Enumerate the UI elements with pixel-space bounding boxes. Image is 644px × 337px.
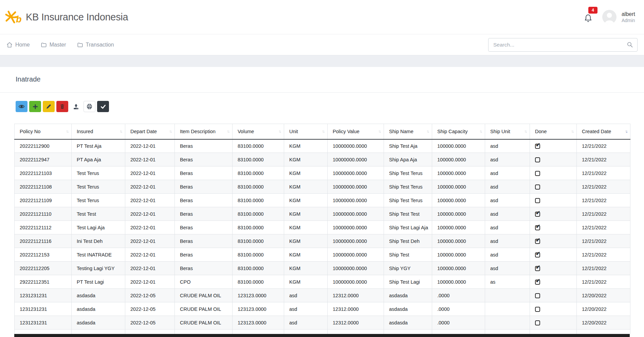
table-row[interactable]: 202221121116Ini Test Deh2022-12-01Beras8… xyxy=(15,234,630,248)
column-header-unit[interactable]: Unit↑↓ xyxy=(284,124,328,139)
ship_unit-cell: asd xyxy=(485,207,530,221)
user-info[interactable]: albert Admin xyxy=(622,11,635,23)
done-checkbox[interactable] xyxy=(535,252,540,258)
column-header-done[interactable]: Done↑↓ xyxy=(530,124,577,139)
empty-cell xyxy=(72,330,125,334)
column-header-policy_value[interactable]: Policy Value↑↓ xyxy=(328,124,384,139)
done-cell xyxy=(530,289,577,302)
brand: b KB Insurance Indonesia xyxy=(5,10,128,24)
insured-cell: PT Test Aja xyxy=(72,139,125,153)
done-checkbox[interactable] xyxy=(535,198,540,203)
ship_capacity-cell: 100000.0000 xyxy=(432,207,485,221)
delete-button[interactable] xyxy=(56,101,68,112)
table-row[interactable]: 202221121109Test Terus2022-12-01Beras831… xyxy=(15,194,630,207)
done-checkbox[interactable] xyxy=(535,307,540,312)
depart_date-cell: 2022-12-01 xyxy=(125,153,175,166)
depart_date-cell: 2022-12-05 xyxy=(125,316,175,330)
created_date-cell: 12/21/2022 xyxy=(577,221,630,234)
done-checkbox[interactable] xyxy=(535,171,540,176)
column-header-ship_unit[interactable]: Ship Unit↑↓ xyxy=(485,124,530,139)
table-row[interactable]: 1231231231asdasda2022-12-05CRUDE PALM OI… xyxy=(15,289,630,302)
created_date-cell: 12/21/2022 xyxy=(577,262,630,275)
horizontal-scrollbar[interactable] xyxy=(14,334,630,337)
done-checkbox[interactable] xyxy=(535,157,540,162)
volume-cell: 83100.0000 xyxy=(233,166,284,180)
ship_name-cell: Ship Test Test xyxy=(384,207,432,221)
table-row[interactable]: 1231231231asdasda2022-12-05CRUDE PALM OI… xyxy=(15,302,630,316)
edit-button[interactable] xyxy=(43,101,55,112)
folder-icon xyxy=(77,42,83,48)
column-header-depart_date[interactable]: Depart Date↑↓ xyxy=(125,124,175,139)
table-row[interactable]: 1231231231asdasda2022-12-05CRUDE PALM OI… xyxy=(15,316,630,330)
column-header-volume[interactable]: Volume↑↓ xyxy=(233,124,284,139)
depart_date-cell: 2022-12-01 xyxy=(125,234,175,248)
created_date-cell: 12/21/2022 xyxy=(577,248,630,262)
unit-cell: KGM xyxy=(284,207,328,221)
column-header-ship_capacity[interactable]: Ship Capacity↑↓ xyxy=(432,124,485,139)
done-checkbox[interactable] xyxy=(535,225,540,230)
done-checkbox[interactable] xyxy=(535,320,540,325)
column-header-insured[interactable]: Insured↑↓ xyxy=(72,124,125,139)
table-row[interactable]: 29222112351PT Test Lagi2022-12-01CPO8310… xyxy=(15,275,630,289)
add-button[interactable] xyxy=(29,101,41,112)
done-checkbox[interactable] xyxy=(535,280,540,285)
ship_unit-cell xyxy=(485,316,530,330)
confirm-button[interactable] xyxy=(97,101,109,112)
column-header-item_description[interactable]: Item Description↑↓ xyxy=(175,124,233,139)
table-row[interactable]: 202221121108Test Terus2022-12-01Beras831… xyxy=(15,180,630,194)
table-row[interactable]: 20222112153Test INATRADE2022-12-01Beras8… xyxy=(15,248,630,262)
policy_no-cell: 29222112351 xyxy=(15,275,72,289)
table-row[interactable]: 202221121112Test Lagi Aja2022-12-01Beras… xyxy=(15,221,630,234)
column-label: Ship Name xyxy=(389,129,413,134)
table-row[interactable]: 20222112947PT Apa Aja2022-12-01Beras8310… xyxy=(15,153,630,166)
search-icon xyxy=(627,41,633,48)
menu-item-master[interactable]: Master xyxy=(41,42,66,48)
volume-cell: 83100.0000 xyxy=(233,139,284,153)
column-header-ship_name[interactable]: Ship Name↑↓ xyxy=(384,124,432,139)
upload-button[interactable] xyxy=(70,101,82,112)
avatar[interactable] xyxy=(602,10,617,24)
table-row[interactable]: 20222112205Testing Lagi YGY2022-12-01Ber… xyxy=(15,262,630,275)
pencil-icon xyxy=(46,104,52,109)
done-cell xyxy=(530,262,577,275)
insured-cell: Test Terus xyxy=(72,180,125,194)
policy_value-cell: 10000000.0000 xyxy=(328,166,384,180)
done-cell xyxy=(530,234,577,248)
unit-cell: KGM xyxy=(284,153,328,166)
column-header-policy_no[interactable]: Policy No↑↓ xyxy=(15,124,72,139)
policy_no-cell: 1231231231 xyxy=(15,302,72,316)
search-input[interactable] xyxy=(488,38,638,52)
done-checkbox[interactable] xyxy=(535,293,540,298)
divider-band xyxy=(0,55,644,67)
ship_unit-cell: asd xyxy=(485,180,530,194)
user-role: Admin xyxy=(622,18,635,23)
unit-cell: KGM xyxy=(284,248,328,262)
done-checkbox[interactable] xyxy=(535,184,540,190)
done-checkbox[interactable] xyxy=(535,239,540,244)
sort-icon: ↑↓ xyxy=(524,129,527,134)
policy_value-cell: 10000000.0000 xyxy=(328,207,384,221)
column-label: Unit xyxy=(289,129,298,134)
done-checkbox[interactable] xyxy=(535,144,540,149)
view-button[interactable] xyxy=(16,101,27,112)
table-row[interactable]: 20222112900PT Test Aja2022-12-01Beras831… xyxy=(15,139,630,153)
created_date-cell: 12/21/2022 xyxy=(577,207,630,221)
policy_value-cell: 10000000.0000 xyxy=(328,275,384,289)
done-checkbox[interactable] xyxy=(535,212,540,217)
table-row[interactable]: 202221121103Test Terus2022-12-01Beras831… xyxy=(15,166,630,180)
ship_unit-cell xyxy=(485,302,530,316)
notifications-button[interactable]: 4 xyxy=(584,14,592,24)
menu-item-transaction[interactable]: Transaction xyxy=(77,42,114,48)
created_date-cell: 12/21/2022 xyxy=(577,153,630,166)
insured-cell: PT Apa Aja xyxy=(72,153,125,166)
column-header-created_date[interactable]: Created Date↑↓ xyxy=(577,124,630,139)
sort-icon: ↑↓ xyxy=(479,129,482,134)
unit-cell: KGM xyxy=(284,221,328,234)
table-row[interactable]: 202221121110Test Test2022-12-01Beras8310… xyxy=(15,207,630,221)
done-checkbox[interactable] xyxy=(535,266,540,271)
menu-item-home[interactable]: Home xyxy=(6,42,30,48)
done-cell xyxy=(530,248,577,262)
policy_no-cell: 1231231231 xyxy=(15,289,72,302)
done-cell xyxy=(530,221,577,234)
print-button[interactable] xyxy=(84,101,95,112)
